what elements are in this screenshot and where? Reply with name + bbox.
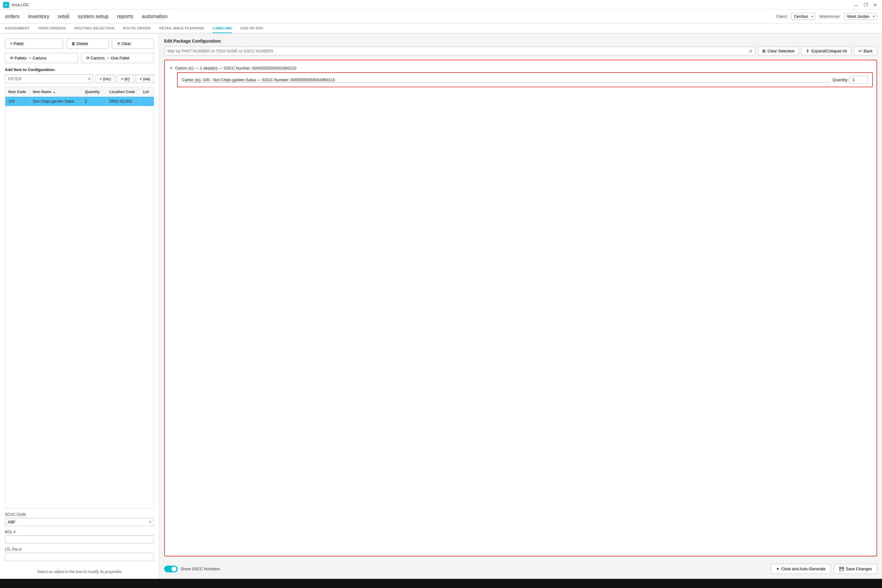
carton-group: ▼ Carton (ic) — 1 detail(s) — SSCC Numbe… [168, 64, 873, 87]
table-row[interactable]: 105 Sun Chips garden Salsa 2 DR01.02.B01 [5, 97, 154, 106]
carton-header: ▼ Carton (ic) — 1 detail(s) — SSCC Numbe… [168, 64, 873, 72]
scac-select[interactable]: ABF [5, 518, 154, 526]
subnav-end-of-day[interactable]: END OF DAY [240, 24, 263, 33]
close-button[interactable]: ✕ [872, 2, 879, 8]
nav-inventory[interactable]: inventory [28, 14, 49, 20]
subnav-labeling[interactable]: LABELING [213, 24, 232, 33]
ltl-input[interactable] [5, 553, 154, 561]
carton-sscc: 00055555555001950120 [252, 66, 297, 70]
main-nav-right: Client: Cerritus Warehouse: West Jordan [776, 13, 877, 20]
tree-area: ▼ Carton (ic) — 1 detail(s) — SSCC Numbe… [164, 60, 877, 556]
col-header-item-name: Item Name ▲ [30, 87, 82, 96]
expand-collapse-button[interactable]: ⇕ Expand/Collapse All [801, 46, 851, 56]
add-ic-button[interactable]: + (ic) [117, 75, 134, 83]
add-ea-button[interactable]: + (ea) [136, 75, 154, 83]
item-table: Item Code Item Name ▲ Quantity Location … [5, 87, 154, 508]
child-separator: — SSCC Number: [257, 78, 291, 82]
ltl-label: LTL Pro # [5, 547, 154, 552]
quantity-label: Quantity: [832, 78, 848, 82]
right-panel: Edit Package Configuration: ✕ ⊠ Clear Se… [159, 34, 882, 579]
cartons-to-pallet-button[interactable]: ⟳ Cartons → One Pallet [81, 53, 154, 63]
subnav-routing-selection[interactable]: ROUTING SELECTION [75, 24, 114, 33]
search-input[interactable] [164, 46, 755, 56]
sort-arrow-icon[interactable]: ▲ [52, 90, 56, 94]
search-row: ✕ ⊠ Clear Selection ⇕ Expand/Collapse Al… [164, 46, 877, 56]
sub-nav: ASSIGNMENT OPEN ORDERS ROUTING SELECTION… [0, 23, 882, 34]
add-mc-button[interactable]: + (mc) [96, 75, 115, 83]
filter-input-wrapper: ✕ [5, 74, 93, 83]
add-item-label: Add Item to Configuration: [5, 68, 154, 72]
subnav-retail-wave-planning[interactable]: RETAIL WAVE PLANNING [159, 24, 204, 33]
search-input-wrapper: ✕ [164, 46, 755, 56]
back-icon: ↩ [858, 49, 862, 53]
nav-reports[interactable]: reports [117, 14, 133, 20]
add-buttons-group: + (mc) + (ic) + (ea) [96, 75, 154, 83]
client-select-wrapper[interactable]: Cerritus [791, 13, 816, 20]
bottom-fields: SCAC Code ABF BOL # LTL Pro # [5, 512, 154, 565]
titlebar: A Arca LOC — ❐ ✕ [0, 0, 882, 10]
child-carton-label: Carton (ic): 105 - Sun Chips garden Sals… [182, 78, 256, 82]
save-changes-label: Save Changes [846, 567, 872, 571]
filter-input[interactable] [5, 74, 93, 83]
filter-clear-icon[interactable]: ✕ [88, 76, 91, 81]
subnav-assignment[interactable]: ASSIGNMENT [5, 24, 30, 33]
cell-location: DR01.02.B01 [106, 97, 140, 106]
dash-line [184, 82, 830, 82]
back-label: Back [864, 49, 873, 53]
clear-auto-generate-button[interactable]: ✦ Clear and Auto-Generate [771, 564, 831, 574]
cell-item-code: 105 [5, 97, 30, 106]
pallets-to-cartons-button[interactable]: ⟳ Pallets → Cartons [5, 53, 78, 63]
carton-details-count: 1 detail(s) [200, 66, 218, 70]
quantity-input[interactable] [849, 76, 868, 84]
cell-quantity: 2 [82, 97, 106, 106]
content-area: + Pallet 🗑 Delete ✕ Clear ⟳ Pallets → Ca… [0, 34, 882, 579]
wand-icon: ✦ [776, 567, 779, 571]
subnav-route-order[interactable]: ROUTE ORDER [123, 24, 150, 33]
titlebar-controls[interactable]: — ❐ ✕ [852, 2, 879, 8]
nav-retail[interactable]: retail [58, 14, 69, 20]
clear-selection-label: Clear Selection [768, 49, 794, 53]
main-nav: orders inventory retail system setup rep… [0, 10, 882, 23]
collapse-icon[interactable]: ▼ [170, 66, 173, 70]
footer-bar [0, 579, 882, 588]
nav-orders[interactable]: orders [5, 14, 20, 20]
filter-row: ✕ + (mc) + (ic) + (ea) [5, 74, 154, 83]
expand-collapse-icon: ⇕ [806, 49, 809, 53]
carton-detail: Carton (ic): 105 - Sun Chips garden Sals… [177, 72, 873, 87]
bol-input[interactable] [5, 536, 154, 544]
maximize-button[interactable]: ❐ [862, 2, 870, 8]
delete-button[interactable]: 🗑 Delete [66, 39, 108, 49]
carton-label: Carton (ic) [175, 66, 194, 70]
bol-label: BOL # [5, 530, 154, 534]
scac-select-wrapper[interactable]: ABF [5, 518, 154, 526]
save-changes-button[interactable]: 💾 Save Changes [834, 564, 877, 574]
client-label: Client: [776, 14, 788, 19]
warehouse-select[interactable]: West Jordan [844, 13, 877, 20]
save-icon: 💾 [839, 567, 844, 571]
carton-detail-content: Carton (ic): 105 - Sun Chips garden Sals… [182, 78, 832, 82]
clear-selection-button[interactable]: ⊠ Clear Selection [758, 46, 799, 56]
left-panel: + Pallet 🗑 Delete ✕ Clear ⟳ Pallets → Ca… [0, 34, 159, 579]
back-button[interactable]: ↩ Back [854, 46, 877, 56]
minimize-button[interactable]: — [852, 2, 860, 8]
client-select[interactable]: Cerritus [791, 13, 816, 20]
carton-separator-1: — [195, 66, 200, 70]
warehouse-select-wrapper[interactable]: West Jordan [844, 13, 877, 20]
clear-button[interactable]: ✕ Clear [112, 39, 154, 49]
toggle-slider [164, 566, 178, 572]
carton-separator-2: — SSCC Number: [219, 66, 252, 70]
pallet-button[interactable]: + Pallet [5, 39, 63, 49]
col-header-quantity: Quantity [82, 87, 106, 96]
carton-header-text: Carton (ic) — 1 detail(s) — SSCC Number:… [175, 66, 297, 70]
edit-header: Edit Package Configuration: [164, 39, 877, 44]
app-icon: A [3, 2, 9, 8]
clear-selection-icon: ⊠ [762, 49, 766, 53]
search-clear-icon[interactable]: ✕ [749, 48, 753, 54]
sscc-toggle[interactable] [164, 566, 178, 572]
scac-code-field: SCAC Code ABF [5, 512, 154, 526]
table-header: Item Code Item Name ▲ Quantity Location … [5, 87, 154, 97]
nav-system-setup[interactable]: system setup [78, 14, 108, 20]
toggle-row: Show SSCC Numbers [164, 566, 220, 572]
nav-automation[interactable]: automation [142, 14, 168, 20]
subnav-open-orders[interactable]: OPEN ORDERS [38, 24, 66, 33]
